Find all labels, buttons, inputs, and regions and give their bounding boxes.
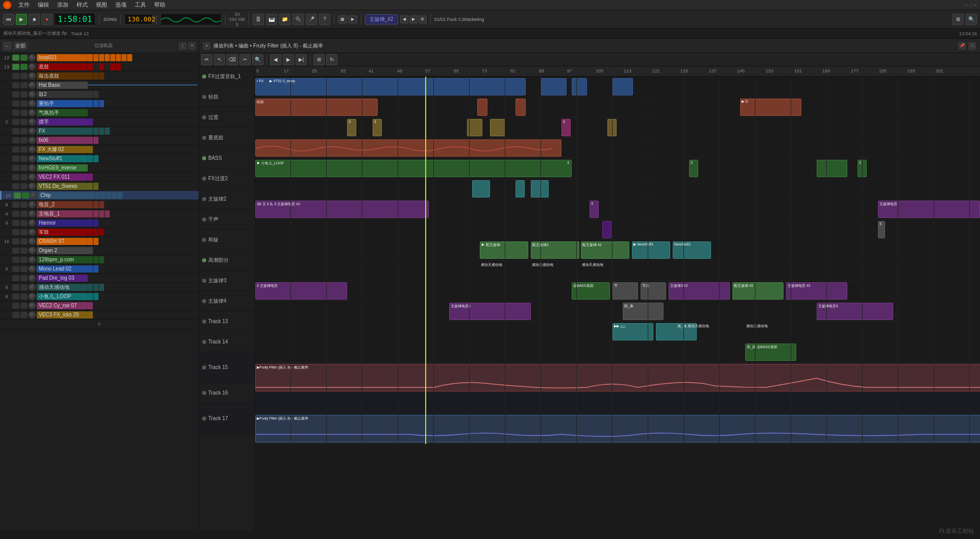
- p-block[interactable]: [93, 91, 99, 98]
- ch-solo[interactable]: [20, 128, 28, 134]
- clip-fx-2[interactable]: [541, 78, 567, 95]
- clip-chord-5[interactable]: NewStuff1: [673, 241, 711, 259]
- ch-volume-knob[interactable]: [29, 183, 36, 190]
- ch-mute[interactable]: [12, 248, 19, 254]
- pt-eraser[interactable]: ⌫: [227, 54, 238, 65]
- mixer-btn[interactable]: 🎛: [253, 14, 264, 25]
- ch-solo[interactable]: [20, 146, 28, 153]
- p-block[interactable]: [88, 293, 93, 300]
- p-block[interactable]: [88, 238, 93, 245]
- channel-row-chip[interactable]: 10 Chip: [0, 191, 199, 200]
- p-block[interactable]: [93, 128, 99, 135]
- ch-solo[interactable]: [20, 73, 28, 79]
- channel-row[interactable]: Pad Dre_log 03: [0, 274, 199, 283]
- clip-fx2-2[interactable]: [516, 180, 525, 198]
- pt-snap[interactable]: ⊞: [313, 54, 325, 65]
- ch-mute[interactable]: [12, 211, 19, 217]
- clip-trans-3[interactable]: [467, 119, 482, 136]
- menu-style[interactable]: 样式: [76, 1, 89, 9]
- p-block[interactable]: [101, 192, 106, 199]
- snap-btn[interactable]: ⊞: [952, 14, 964, 25]
- ch-mute[interactable]: [12, 220, 19, 226]
- clip-drum-4[interactable]: ▶ f1: [740, 99, 801, 116]
- menu-edit[interactable]: 编辑: [37, 1, 50, 9]
- playlist-pin-btn[interactable]: 📌: [959, 42, 966, 50]
- channel-row[interactable]: VEC3 FX_icks 29: [0, 310, 199, 320]
- ch-solo[interactable]: [20, 82, 28, 88]
- clip-mel4-3[interactable]: 主旋律电音3: [817, 303, 893, 320]
- p-block[interactable]: [93, 210, 99, 217]
- p-block[interactable]: [106, 192, 111, 199]
- clip-mel3-6[interactable]: 配主旋律 #2: [732, 282, 783, 300]
- p-block[interactable]: [88, 155, 93, 162]
- pt-next[interactable]: ▶|: [296, 54, 307, 65]
- clip-trans-4[interactable]: [490, 119, 505, 136]
- clip-mel2-2[interactable]: 3: [590, 201, 599, 218]
- pt-select[interactable]: ↖: [214, 54, 225, 65]
- clip-bass-2[interactable]: 3: [689, 160, 698, 177]
- pt-play[interactable]: ▶: [283, 54, 294, 65]
- ch-solo[interactable]: [20, 202, 28, 208]
- ch-volume-knob[interactable]: [29, 63, 36, 70]
- help-btn[interactable]: ?: [319, 14, 330, 25]
- ch-volume-knob[interactable]: [29, 174, 36, 181]
- menu-file[interactable]: 文件: [17, 1, 31, 9]
- ch-volume-knob[interactable]: [29, 72, 36, 80]
- p-block[interactable]: [117, 192, 122, 199]
- p-block[interactable]: [99, 63, 104, 70]
- channel-row[interactable]: 13 底鼓: [0, 62, 199, 71]
- p-block[interactable]: [99, 72, 104, 80]
- ch-volume-knob[interactable]: [29, 265, 36, 273]
- m-btn3[interactable]: ⚙: [419, 15, 427, 23]
- clip-t15-auto[interactable]: ▶Fruity Filter (插入 9) - 截止频率: [255, 364, 980, 391]
- channel-row[interactable]: 气氛拍手: [0, 108, 199, 117]
- ch-add-btn[interactable]: +: [188, 42, 195, 50]
- rewind-btn[interactable]: ⏮: [3, 14, 14, 25]
- p-block[interactable]: [99, 100, 104, 107]
- p-block[interactable]: [88, 247, 93, 254]
- p-block[interactable]: [93, 201, 99, 208]
- ch-solo[interactable]: [20, 165, 28, 171]
- ch-volume-knob[interactable]: [29, 293, 36, 300]
- ch-solo[interactable]: [20, 183, 28, 189]
- m-btn1[interactable]: ◀: [400, 15, 408, 23]
- pat-btn2[interactable]: ▶: [348, 15, 357, 23]
- pt-zoom[interactable]: 🔍: [252, 54, 263, 65]
- p-block[interactable]: [116, 54, 121, 61]
- p-block[interactable]: [88, 146, 93, 153]
- channel-row[interactable]: 鼓2: [0, 90, 199, 99]
- ch-mute[interactable]: [12, 91, 19, 97]
- ch-volume-knob[interactable]: [29, 128, 36, 135]
- browser-btn[interactable]: 📁: [279, 14, 290, 25]
- ch-volume-knob[interactable]: [29, 100, 36, 107]
- p-block[interactable]: [88, 183, 93, 190]
- ch-solo[interactable]: [20, 229, 28, 235]
- clip-t13-3[interactable]: 感_地 感动天感动地: [676, 323, 743, 340]
- p-block[interactable]: [99, 284, 104, 291]
- channel-row[interactable]: 9 Mono Lead 02: [0, 264, 199, 274]
- menu-help[interactable]: 帮助: [153, 1, 166, 9]
- ch-mute[interactable]: [14, 192, 21, 199]
- stop-btn[interactable]: ■: [29, 14, 40, 25]
- p-block[interactable]: [88, 137, 93, 144]
- record-btn[interactable]: ●: [41, 14, 53, 25]
- clip-reverb-1[interactable]: [602, 221, 611, 238]
- ch-mute[interactable]: [12, 146, 19, 153]
- p-block[interactable]: [93, 265, 99, 273]
- ch-mute[interactable]: [12, 73, 19, 79]
- ch-mute[interactable]: [12, 174, 19, 180]
- ch-solo[interactable]: [20, 91, 28, 97]
- ch-back-btn[interactable]: ←: [3, 42, 11, 50]
- ch-volume-knob[interactable]: [29, 91, 36, 98]
- ch-volume-knob[interactable]: [30, 192, 37, 199]
- ch-sort-btn[interactable]: ⋮: [179, 42, 186, 50]
- clip-chord-3[interactable]: 配主旋律 #2: [581, 241, 629, 259]
- channel-row[interactable]: 128bpm_p.com: [0, 255, 199, 264]
- p-block[interactable]: [99, 54, 104, 61]
- plugin-btn[interactable]: 🔌: [292, 14, 304, 25]
- p-block[interactable]: [93, 293, 99, 300]
- channel-row[interactable]: FX 大爆 02: [0, 145, 199, 154]
- p-block[interactable]: [93, 63, 99, 70]
- ch-solo[interactable]: [20, 156, 28, 162]
- p-block[interactable]: [105, 63, 110, 70]
